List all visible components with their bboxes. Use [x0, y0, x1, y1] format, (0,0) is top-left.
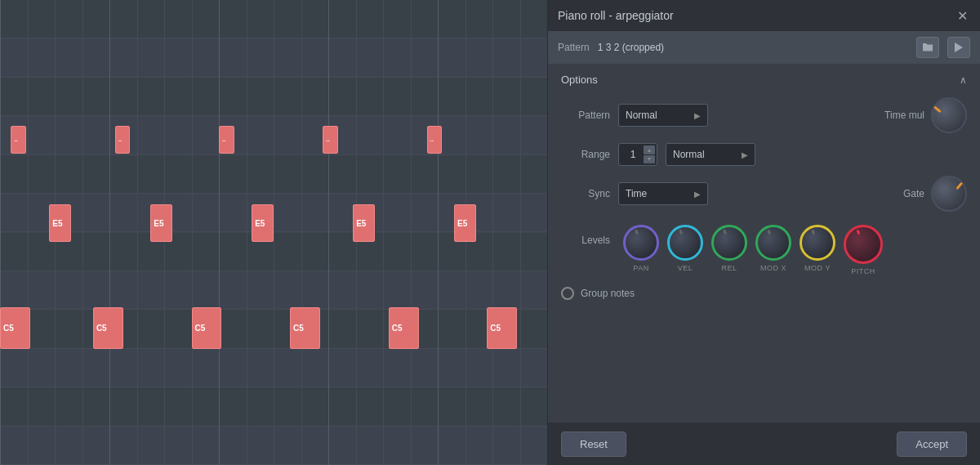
time-mul-knob[interactable]: [931, 97, 967, 133]
sync-option-label: Sync: [561, 188, 610, 199]
title-bar: Piano roll - arpeggiator ✕: [548, 0, 980, 31]
sync-dropdown[interactable]: Time ▶: [618, 182, 708, 205]
gate-area: Gate: [903, 176, 967, 212]
reset-button[interactable]: Reset: [561, 431, 626, 457]
range-down-button[interactable]: ▼: [644, 155, 655, 164]
collapse-button[interactable]: ∧: [960, 74, 967, 86]
time-mul-label: Time mul: [884, 110, 924, 121]
levels-knobs: PAN VEL REL: [623, 225, 883, 275]
mody-knob[interactable]: [800, 225, 835, 261]
levels-label: Levels: [561, 235, 610, 246]
pan-knob[interactable]: [623, 225, 659, 261]
sync-dropdown-arrow: ▶: [694, 190, 701, 199]
group-notes-label: Group notes: [581, 288, 635, 299]
range-value: 1: [630, 149, 636, 160]
pan-knob-wrap: PAN: [623, 225, 659, 272]
pattern-dropdown-arrow: ▶: [694, 111, 701, 120]
range-input[interactable]: 1 ▲ ▼: [618, 143, 657, 166]
pattern-option-label: Pattern: [561, 110, 610, 121]
piano-roll: .. .. .. .. .. E5 E5 E5 E5 E5 C5 C5 C5 C…: [0, 0, 547, 465]
options-header: Options ∧: [561, 74, 967, 86]
mody-knob-wrap: MOD Y: [800, 225, 835, 272]
accept-button[interactable]: Accept: [897, 431, 967, 457]
range-normal-dropdown[interactable]: Normal ▶: [666, 143, 755, 166]
range-up-button[interactable]: ▲: [644, 145, 655, 154]
pattern-bar-value: 1 3 2 (cropped): [598, 42, 908, 53]
group-notes-radio[interactable]: [561, 287, 574, 300]
rel-knob-wrap: REL: [711, 225, 747, 272]
pitch-knob[interactable]: [844, 225, 883, 264]
folder-button[interactable]: [916, 37, 939, 58]
mody-label: MOD Y: [804, 264, 831, 272]
pitch-knob-wrap: PITCH: [844, 225, 883, 275]
pitch-label: PITCH: [851, 267, 875, 275]
pattern-bar-label: Pattern: [558, 42, 590, 53]
rel-label: REL: [721, 264, 737, 272]
pattern-bar: Pattern 1 3 2 (cropped): [548, 31, 980, 64]
range-option-row: Range 1 ▲ ▼ Normal ▶: [561, 143, 967, 166]
sync-dropdown-value: Time: [626, 188, 647, 199]
close-button[interactable]: ✕: [954, 7, 970, 24]
options-title: Options: [561, 74, 598, 86]
modx-knob-wrap: MOD X: [755, 225, 791, 272]
vel-label: VEL: [678, 264, 693, 272]
range-dropdown-value: Normal: [673, 149, 705, 160]
modx-label: MOD X: [760, 264, 786, 272]
piano-roll-grid: [0, 0, 547, 465]
vel-knob-wrap: VEL: [667, 225, 703, 272]
right-panel: Piano roll - arpeggiator ✕ Pattern 1 3 2…: [547, 0, 980, 465]
svg-marker-0: [955, 42, 963, 52]
range-option-label: Range: [561, 149, 610, 160]
time-mul-area: Time mul: [884, 97, 967, 133]
range-dropdown-arrow: ▶: [742, 150, 748, 159]
gate-knob[interactable]: [931, 176, 967, 212]
sync-option-row: Sync Time ▶ Gate: [561, 176, 967, 212]
pattern-dropdown[interactable]: Normal ▶: [618, 104, 708, 127]
pattern-option-row: Pattern Normal ▶ Time mul: [561, 97, 967, 133]
levels-row: Levels PAN VEL: [561, 225, 967, 275]
rel-knob[interactable]: [711, 225, 747, 261]
levels-section: Levels PAN VEL: [561, 225, 967, 275]
pan-label: PAN: [633, 264, 648, 272]
panel-title: Piano roll - arpeggiator: [558, 9, 674, 22]
options-section: Options ∧ Pattern Normal ▶ Time mul Rang…: [548, 64, 980, 423]
modx-knob[interactable]: [755, 225, 791, 261]
gate-label: Gate: [903, 188, 924, 199]
bottom-bar: Reset Accept: [548, 423, 980, 465]
vel-knob[interactable]: [667, 225, 703, 261]
play-button[interactable]: [947, 37, 970, 58]
pattern-dropdown-value: Normal: [626, 110, 657, 121]
group-notes-row: Group notes: [561, 287, 967, 300]
